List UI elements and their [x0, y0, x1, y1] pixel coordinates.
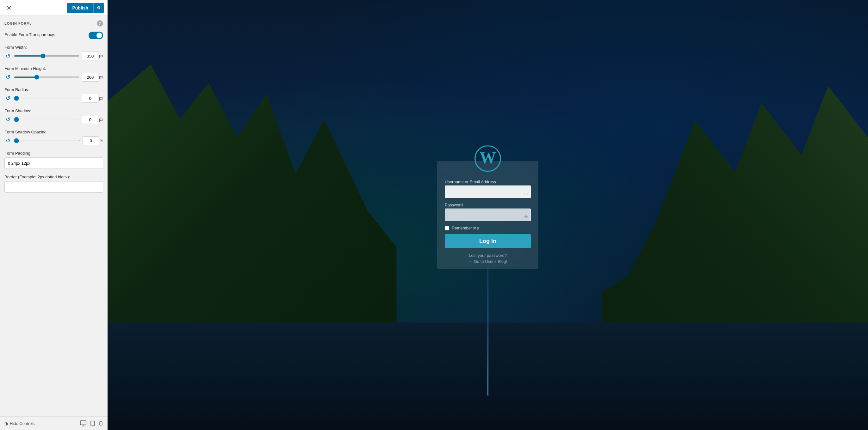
username-icon: ⋯ [524, 192, 528, 197]
svg-rect-3 [100, 422, 102, 425]
form-shadow-opacity-reset[interactable]: ↺ [4, 137, 11, 144]
form-shadow-opacity-row: Form Shadow Opacity: ↺ 0 % [4, 130, 103, 145]
form-width-unit: px [99, 54, 103, 58]
svg-text:W: W [479, 149, 496, 167]
login-button[interactable]: Log In [445, 234, 531, 248]
login-form-container: W Username or Email Address ⋯ Password 👁… [437, 161, 538, 269]
password-icon: 👁 [524, 215, 528, 220]
bottom-bar: ◑ Hide Controls [0, 417, 107, 430]
border-input[interactable] [4, 181, 103, 193]
form-min-height-label: Form Minimum Height: [4, 66, 103, 71]
form-width-label: Form Width: [4, 45, 103, 49]
svg-rect-0 [80, 421, 86, 425]
form-radius-label: Form Radius: [4, 87, 103, 92]
form-width-input[interactable]: 350 [82, 52, 98, 60]
form-shadow-slider[interactable] [14, 119, 80, 120]
form-shadow-opacity-input[interactable]: 0 [83, 136, 99, 145]
form-radius-slider[interactable] [14, 98, 80, 99]
mobile-view-button[interactable] [99, 420, 103, 427]
form-radius-row: Form Radius: ↺ 0 px [4, 87, 103, 103]
close-button[interactable]: ✕ [4, 3, 14, 13]
publish-button[interactable]: Publish [67, 3, 93, 13]
publish-gear-button[interactable]: ⚙ [93, 3, 104, 13]
lost-password-link[interactable]: Lost your password? [445, 253, 531, 258]
transparency-label: Enable Form Transparency: [4, 32, 55, 37]
help-icon[interactable]: ? [97, 20, 103, 27]
form-min-height-row: Form Minimum Height: ↺ 200 px [4, 66, 103, 81]
light-beam [487, 267, 489, 396]
form-shadow-opacity-label: Form Shadow Opacity: [4, 130, 103, 134]
main-area: W Username or Email Address ⋯ Password 👁… [107, 0, 868, 430]
tablet-view-button[interactable] [90, 420, 96, 427]
form-shadow-unit: px [99, 117, 103, 122]
password-label: Password [445, 203, 531, 207]
form-min-height-input[interactable]: 200 [82, 73, 98, 81]
username-input[interactable] [445, 186, 531, 198]
form-min-height-unit: px [99, 75, 103, 79]
form-radius-unit: px [99, 96, 103, 101]
hide-controls-button[interactable]: ◑ Hide Controls [4, 421, 35, 426]
form-shadow-input[interactable]: 0 [82, 115, 98, 124]
controls-area: LOGIN FORM: ? Enable Form Transparency: … [0, 16, 107, 417]
svg-rect-1 [91, 421, 95, 426]
transparency-toggle[interactable] [89, 32, 103, 39]
form-width-slider[interactable] [14, 55, 80, 57]
remember-label: Remember Me [452, 226, 479, 231]
form-padding-input[interactable] [4, 158, 103, 169]
username-field-wrap: ⋯ [445, 186, 531, 203]
section-title: LOGIN FORM: ? [4, 20, 103, 27]
remember-checkbox[interactable] [445, 226, 449, 230]
view-icons [80, 420, 103, 427]
border-label: Border (Example: 2px dotted black): [4, 174, 103, 179]
form-padding-row: Form Padding: [4, 151, 103, 169]
form-radius-input[interactable]: 0 [82, 94, 98, 103]
remember-row: Remember Me [445, 226, 531, 231]
form-min-height-reset[interactable]: ↺ [4, 74, 11, 80]
top-bar: ✕ Publish ⚙ [0, 0, 107, 16]
left-panel: ✕ Publish ⚙ LOGIN FORM: ? Enable Form Tr… [0, 0, 107, 430]
wp-logo: W [445, 145, 531, 173]
password-field-wrap: 👁 [445, 209, 531, 226]
form-shadow-reset[interactable]: ↺ [4, 116, 11, 123]
publish-group: Publish ⚙ [67, 3, 104, 13]
desktop-view-button[interactable] [80, 420, 87, 427]
form-shadow-label: Form Shadow: [4, 108, 103, 113]
form-shadow-opacity-slider[interactable] [14, 140, 80, 141]
transparency-row: Enable Form Transparency: [4, 32, 103, 39]
form-links: Lost your password? ← Go to User's Blog! [445, 253, 531, 264]
eye-icon: ◑ [4, 421, 8, 426]
form-radius-reset[interactable]: ↺ [4, 95, 11, 102]
form-shadow-row: Form Shadow: ↺ 0 px [4, 108, 103, 124]
form-shadow-opacity-unit: % [100, 138, 103, 143]
form-width-reset[interactable]: ↺ [4, 53, 11, 60]
form-width-row: Form Width: ↺ 350 px [4, 45, 103, 60]
hide-controls-label: Hide Controls [10, 421, 35, 426]
form-min-height-slider[interactable] [14, 76, 80, 78]
form-padding-label: Form Padding: [4, 151, 103, 156]
border-row: Border (Example: 2px dotted black): [4, 174, 103, 193]
username-label: Username or Email Address [445, 179, 531, 184]
password-input[interactable] [445, 209, 531, 221]
go-to-blog-link[interactable]: ← Go to User's Blog! [445, 259, 531, 264]
